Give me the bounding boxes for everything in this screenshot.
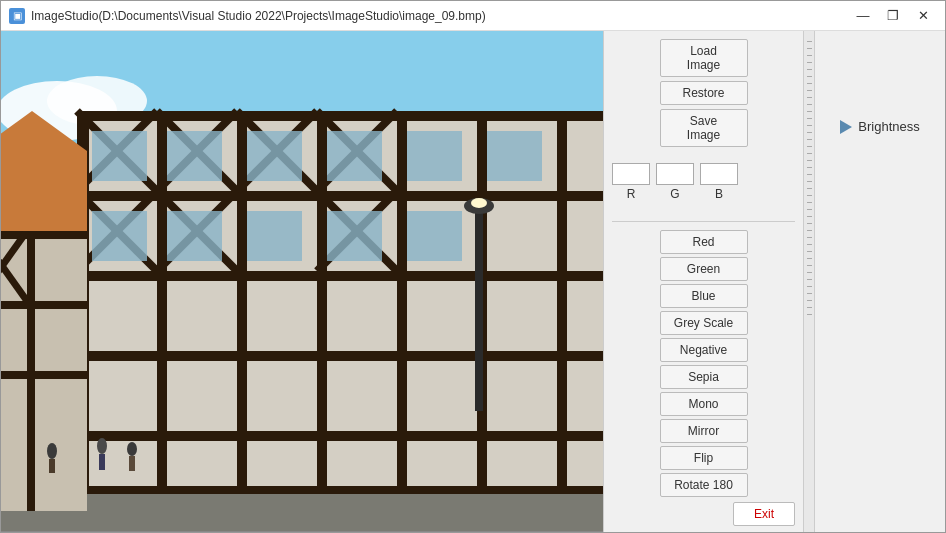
save-image-button[interactable]: Save Image [660,109,748,147]
brightness-arrow-icon [840,120,852,134]
exit-button[interactable]: Exit [733,502,795,526]
svg-rect-48 [1,231,87,239]
tick [807,314,812,315]
image-scene [1,31,603,533]
svg-rect-41 [487,131,542,181]
tick [807,167,812,168]
tick [807,55,812,56]
tick [807,251,812,252]
tick [807,174,812,175]
filter-buttons: Red Green Blue Grey Scale Negative Sepia… [612,230,795,497]
tick [807,223,812,224]
svg-rect-51 [27,231,35,511]
brightness-panel: Brightness [815,31,945,533]
b-label: B [715,187,723,201]
tick [807,279,812,280]
svg-rect-38 [247,131,302,181]
mirror-button[interactable]: Mirror [660,419,748,443]
tick [807,62,812,63]
svg-rect-36 [92,131,147,181]
brightness-label: Brightness [858,119,919,134]
image-area [1,31,603,533]
window-title: ImageStudio(D:\Documents\Visual Studio 2… [31,9,486,23]
tick [807,160,812,161]
mono-button[interactable]: Mono [660,392,748,416]
close-button[interactable]: ✕ [909,5,937,27]
brightness-ticks [935,41,945,521]
tick [807,104,812,105]
tick [807,118,812,119]
right-panel: Load Image Restore Save Image R G B Red … [603,31,803,533]
flip-button[interactable]: Flip [660,446,748,470]
tick [807,90,812,91]
tick [807,265,812,266]
tick [807,188,812,189]
tick [807,181,812,182]
tick [807,202,812,203]
tick [807,83,812,84]
tick [807,286,812,287]
title-bar: ▣ ImageStudio(D:\Documents\Visual Studio… [1,1,945,31]
title-bar-left: ▣ ImageStudio(D:\Documents\Visual Studio… [9,8,486,24]
tick [807,41,812,42]
tick [807,293,812,294]
tick [807,48,812,49]
svg-rect-46 [407,211,462,261]
svg-rect-42 [92,211,147,261]
negative-button[interactable]: Negative [660,338,748,362]
g-value-input[interactable] [656,163,694,185]
tick [807,76,812,77]
green-button[interactable]: Green [660,257,748,281]
svg-rect-50 [1,371,87,379]
brightness-control: Brightness [840,119,919,134]
svg-point-62 [127,442,137,456]
rotate-180-button[interactable]: Rotate 180 [660,473,748,497]
top-buttons: Load Image Restore Save Image [612,39,795,147]
svg-rect-20 [77,431,603,441]
svg-rect-40 [407,131,462,181]
svg-rect-49 [1,301,87,309]
svg-point-60 [97,438,107,454]
app-icon: ▣ [9,8,25,24]
slider-ticks [807,35,812,321]
tick [807,125,812,126]
svg-rect-63 [129,456,135,471]
tick [807,153,812,154]
sepia-button[interactable]: Sepia [660,365,748,389]
tick [807,146,812,147]
maximize-button[interactable]: ❐ [879,5,907,27]
tick [807,111,812,112]
minimize-button[interactable]: — [849,5,877,27]
r-value-input[interactable] [612,163,650,185]
blue-button[interactable]: Blue [660,284,748,308]
svg-rect-43 [167,211,222,261]
tick [807,69,812,70]
restore-button[interactable]: Restore [660,81,748,105]
tick [807,209,812,210]
tick [807,300,812,301]
red-button[interactable]: Red [660,230,748,254]
tick [807,139,812,140]
svg-point-58 [47,443,57,459]
b-value-input[interactable] [700,163,738,185]
b-channel: B [700,163,738,201]
load-image-button[interactable]: Load Image [660,39,748,77]
svg-rect-45 [327,211,382,261]
svg-rect-55 [475,211,483,411]
tick [807,216,812,217]
slider-separator [803,31,815,533]
divider-1 [612,221,795,222]
tick [807,97,812,98]
main-content: Load Image Restore Save Image R G B Red … [1,31,945,533]
tick [807,244,812,245]
grey-scale-button[interactable]: Grey Scale [660,311,748,335]
g-channel: G [656,163,694,201]
rgb-display: R G B [612,159,795,205]
svg-rect-21 [77,486,603,494]
image-placeholder [1,31,603,533]
svg-rect-39 [327,131,382,181]
svg-point-57 [471,198,487,208]
r-channel: R [612,163,650,201]
tick [807,132,812,133]
title-bar-controls: — ❐ ✕ [849,5,937,27]
